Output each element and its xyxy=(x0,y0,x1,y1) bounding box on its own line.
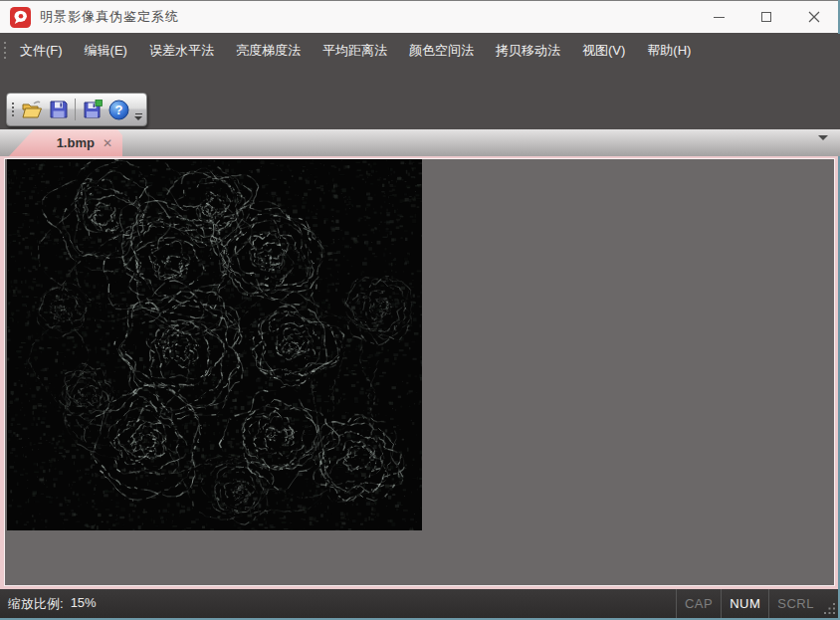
help-icon: ? xyxy=(108,100,129,120)
num-lock-indicator: NUM xyxy=(721,589,768,618)
menu-bar: 文件(F) 编辑(E) 误差水平法 亮度梯度法 平均距离法 颜色空间法 拷贝移动… xyxy=(0,34,840,67)
menu-edit[interactable]: 编辑(E) xyxy=(74,34,138,68)
overflow-bar-icon xyxy=(135,113,142,114)
toolbar-row: ? xyxy=(0,67,840,129)
app-logo-icon xyxy=(10,7,31,28)
menu-grip-icon[interactable] xyxy=(4,42,6,59)
maximize-icon xyxy=(761,12,771,22)
help-button[interactable]: ? xyxy=(105,96,132,123)
zoom-ratio-status: 缩放比例: 15% xyxy=(8,595,97,613)
tab-label: 1.bmp xyxy=(57,135,95,150)
menu-luminance-gradient[interactable]: 亮度梯度法 xyxy=(225,34,312,68)
toolbar-overflow-button[interactable] xyxy=(134,113,142,120)
image-canvas xyxy=(7,159,422,530)
status-bar: 缩放比例: 15% CAP NUM SCRL xyxy=(0,589,838,618)
resize-grip[interactable] xyxy=(822,589,838,618)
document-area xyxy=(0,156,838,589)
save-as-button[interactable] xyxy=(79,96,105,123)
zoom-ratio-value: 15% xyxy=(71,595,97,613)
resize-grip-icon xyxy=(823,602,836,615)
save-button[interactable] xyxy=(45,96,72,123)
window-controls xyxy=(695,1,838,33)
toolbar-grip-icon[interactable] xyxy=(12,103,14,116)
menu-help[interactable]: 帮助(H) xyxy=(636,34,702,68)
toolbar: ? xyxy=(6,93,147,126)
menu-file[interactable]: 文件(F) xyxy=(9,34,74,68)
scroll-lock-indicator: SCRL xyxy=(768,589,822,618)
menu-average-distance[interactable]: 平均距离法 xyxy=(312,34,398,68)
title-bar[interactable]: 明景影像真伪鉴定系统 xyxy=(0,0,838,33)
save-as-icon xyxy=(83,100,103,119)
app-window: 明景影像真伪鉴定系统 文件(F) 编辑(E) 误差水平法 亮度梯度法 平均距离法… xyxy=(0,0,840,620)
menu-view[interactable]: 视图(V) xyxy=(571,34,636,68)
window-title: 明景影像真伪鉴定系统 xyxy=(40,8,179,26)
caps-lock-indicator: CAP xyxy=(676,589,721,618)
open-folder-icon xyxy=(21,100,43,119)
menu-color-space[interactable]: 颜色空间法 xyxy=(398,34,485,68)
menu-copy-move[interactable]: 拷贝移动法 xyxy=(485,34,571,68)
tab-1bmp[interactable]: 1.bmp ✕ xyxy=(9,129,122,156)
minimize-button[interactable] xyxy=(695,1,742,33)
zoom-ratio-label: 缩放比例: xyxy=(8,595,64,613)
close-icon xyxy=(808,11,820,23)
minimize-icon xyxy=(714,17,725,18)
maximize-button[interactable] xyxy=(742,1,790,33)
toolbar-separator xyxy=(75,99,76,120)
close-button[interactable] xyxy=(790,1,838,33)
tab-close-icon[interactable]: ✕ xyxy=(103,137,112,149)
svg-text:?: ? xyxy=(115,103,123,117)
save-icon xyxy=(49,100,69,119)
keyboard-indicators: CAP NUM SCRL xyxy=(676,589,838,618)
chevron-down-icon xyxy=(134,116,142,120)
menu-error-level[interactable]: 误差水平法 xyxy=(138,34,225,68)
open-file-button[interactable] xyxy=(18,96,45,123)
document-tab-bar: 1.bmp ✕ xyxy=(0,129,840,156)
chevron-down-icon xyxy=(818,135,828,157)
